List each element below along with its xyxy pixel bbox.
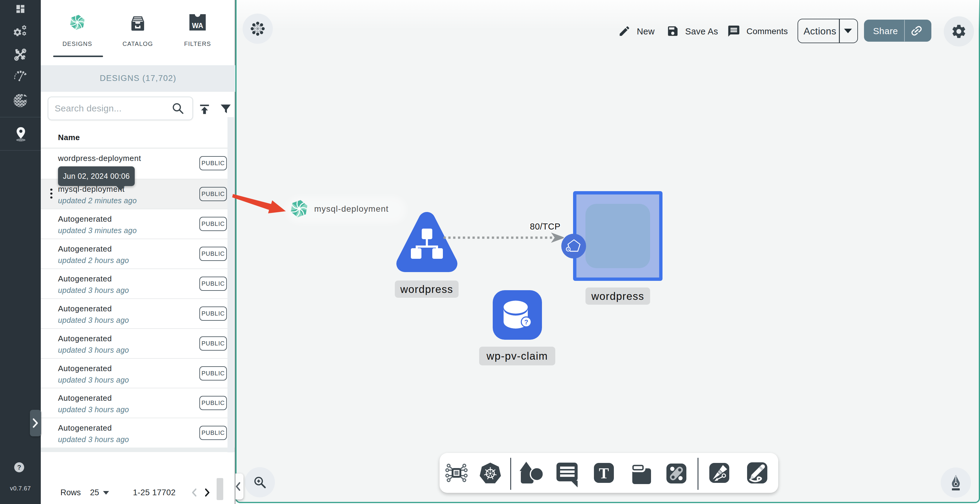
svg-text:WA: WA (192, 22, 203, 30)
svg-text:?: ? (524, 318, 528, 326)
